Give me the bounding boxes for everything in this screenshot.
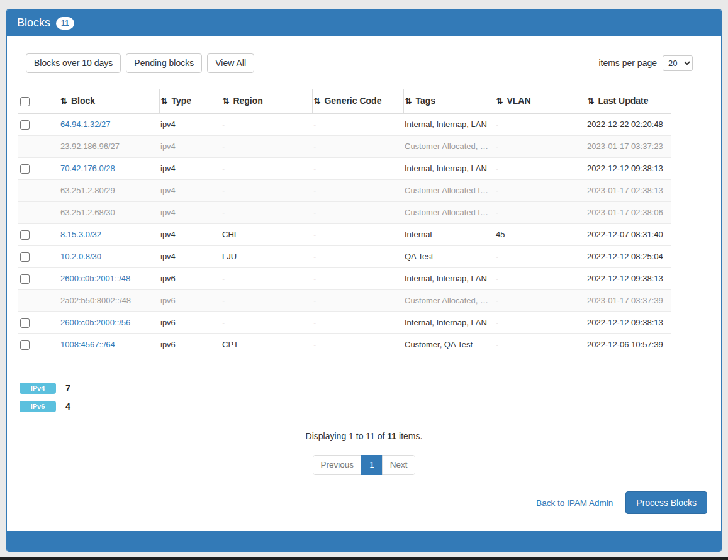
displaying-total: 11 [387,431,396,441]
last-update-cell: 2023-01-17 03:37:39 [586,289,671,311]
block-cell: 70.42.176.0/28 [59,157,159,179]
region-cell: - [221,113,312,135]
last-update-cell: 2022-12-12 09:38:13 [586,311,671,333]
type-cell: ipv6 [159,333,221,356]
block-link[interactable]: 8.15.3.0/32 [60,230,101,239]
block-link[interactable]: 64.94.1.32/27 [60,120,111,129]
row-checkbox[interactable] [20,230,30,240]
block-link[interactable]: 2600:c0b:2001::/48 [60,274,130,283]
last-update-cell: 2022-12-12 09:38:13 [586,267,671,289]
column-label: Region [233,96,262,106]
items-per-page-label: items per page [598,58,657,68]
column-label: Tags [415,96,435,106]
type-cell: ipv4 [159,113,221,135]
row-checkbox-cell [18,201,59,223]
filter-blocks-over-10-days-button[interactable]: Blocks over 10 days [26,53,121,73]
type-cell: ipv6 [159,311,221,333]
tags-cell: Customer Allocated, I… [403,135,495,157]
tags-cell: QA Test [403,245,495,267]
row-checkbox-cell [18,113,59,135]
column-header-last-update[interactable]: ⇅Last Update [586,89,671,113]
tags-cell: Internal, Internap, LAN [403,267,495,289]
block-link[interactable]: 10.2.0.8/30 [60,252,101,261]
type-cell: ipv4 [159,135,221,157]
tags-cell: Internal [403,223,495,245]
tags-cell: Internal, Internap, LAN [403,311,495,333]
block-cell: 2a02:b50:8002::/48 [59,289,159,311]
region-cell: CHI [221,223,312,245]
block-cell: 8.15.3.0/32 [59,223,159,245]
last-update-cell: 2023-01-17 03:37:23 [586,135,671,157]
column-label: Generic Code [324,96,381,106]
ipv4-badge: IPv4 [20,383,56,394]
table-header-row: ⇅Block ⇅Type ⇅Region ⇅Generic Code ⇅Tags… [18,89,671,113]
block-cell: 2600:c0b:2001::/48 [59,267,159,289]
displaying-suffix: items. [396,431,422,441]
type-cell: ipv6 [159,267,221,289]
select-all-checkbox[interactable] [20,97,30,106]
generic-code-cell: - [312,223,403,245]
row-checkbox-cell [18,135,59,157]
row-checkbox[interactable] [20,164,30,174]
filter-pending-blocks-button[interactable]: Pending blocks [126,53,202,73]
vlan-cell: - [495,157,586,179]
type-cell: ipv4 [159,223,221,245]
row-checkbox-cell [18,311,59,333]
process-blocks-button[interactable]: Process Blocks [625,491,707,514]
vlan-cell: - [495,289,586,311]
column-header-generic-code[interactable]: ⇅Generic Code [312,89,403,113]
vlan-cell: - [495,113,586,135]
column-header-block[interactable]: ⇅Block [59,89,159,113]
row-checkbox[interactable] [20,318,30,328]
row-checkbox-cell [18,267,59,289]
sort-icon: ⇅ [223,96,230,106]
back-to-ipam-admin-link[interactable]: Back to IPAM Admin [536,498,613,508]
generic-code-cell: - [312,135,403,157]
page-title: Blocks [17,16,50,30]
region-cell: CPT [221,333,312,356]
type-cell: ipv4 [159,245,221,267]
block-link[interactable]: 70.42.176.0/28 [60,164,115,173]
ipv6-badge: IPv6 [20,401,56,412]
row-checkbox[interactable] [20,340,30,350]
row-checkbox[interactable] [20,274,30,284]
type-cell: ipv4 [159,201,221,223]
protocol-summary: IPv4 7 IPv6 4 [20,383,721,412]
region-cell: LJU [221,245,312,267]
table-row: 70.42.176.0/28ipv4--Internal, Internap, … [18,157,671,179]
blocks-table-wrap: ⇅Block ⇅Type ⇅Region ⇅Generic Code ⇅Tags… [18,89,721,356]
column-label: Block [71,96,95,106]
filter-view-all-button[interactable]: View All [207,53,254,73]
sort-icon: ⇅ [496,96,503,106]
table-row: 2600:c0b:2001::/48ipv6--Internal, Intern… [18,267,671,289]
sort-icon: ⇅ [314,96,321,106]
table-row: 1008:4567::/64ipv6CPT-Customer, QA Test-… [18,333,671,356]
generic-code-cell: - [312,333,403,356]
column-label: Type [171,96,191,106]
generic-code-cell: - [312,157,403,179]
column-header-region[interactable]: ⇅Region [221,89,312,113]
row-checkbox[interactable] [20,120,30,130]
block-link[interactable]: 1008:4567::/64 [60,340,115,349]
items-per-page-select[interactable]: 20 [663,55,693,71]
block-link[interactable]: 2600:c0b:2000::/56 [60,318,130,327]
vlan-cell: - [495,179,586,201]
column-header-vlan[interactable]: ⇅VLAN [495,89,586,113]
column-header-tags[interactable]: ⇅Tags [403,89,495,113]
table-row: 63.251.2.68/30ipv4--Customer Allocated I… [18,201,671,223]
pagination-next[interactable]: Next [382,455,416,475]
displaying-text: Displaying 1 to 11 of 11 items. [7,431,721,441]
region-cell: - [221,201,312,223]
column-label: VLAN [507,96,530,106]
pagination-page-1[interactable]: 1 [361,455,383,475]
count-badge: 11 [56,17,74,30]
column-header-type[interactable]: ⇅Type [159,89,221,113]
row-checkbox[interactable] [20,252,30,262]
block-cell: 1008:4567::/64 [59,333,159,356]
block-cell: 2600:c0b:2000::/56 [59,311,159,333]
region-cell: - [221,157,312,179]
select-all-header-cell [18,89,59,113]
pagination-previous[interactable]: Previous [313,455,362,475]
region-cell: - [221,179,312,201]
sort-icon: ⇅ [405,96,412,106]
